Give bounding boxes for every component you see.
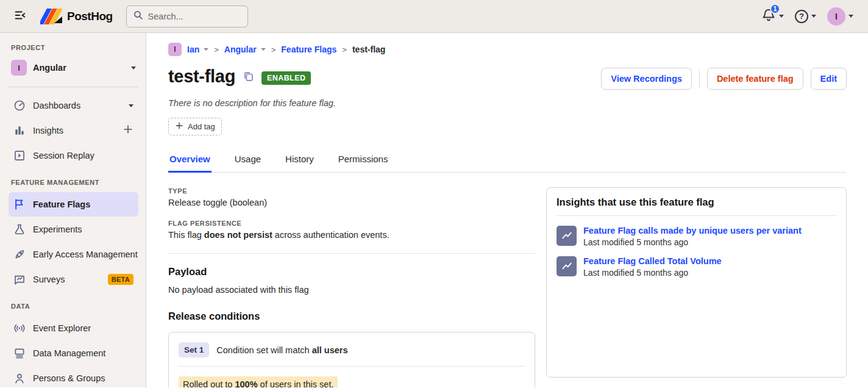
insights-divider [557,215,836,216]
sidebar-item-label: Dashboards [33,101,121,110]
flask-icon [13,223,26,235]
rocket-icon [13,248,26,260]
new-insight-button[interactable] [123,124,133,137]
edit-button[interactable]: Edit [811,68,847,90]
insight-last-modified: Last modified 5 months ago [583,268,722,278]
sidebar-item-feature-flags[interactable]: Feature Flags [9,192,138,217]
flag-persistence-value: This flag does not persist across authen… [168,230,535,240]
tab-overview[interactable]: Overview [168,149,212,173]
breadcrumb-project[interactable]: Angular [224,45,257,54]
sidebar-item-label: Early Access Management [33,250,138,259]
release-conditions-heading: Release conditions [168,311,535,322]
sidebar-item-label: Session Replay [33,151,133,160]
sidebar-item-label: Surveys [33,275,101,284]
section-divider [168,253,535,254]
trend-chart-icon [557,256,577,276]
condition-set-badge: Set 1 [179,342,209,357]
sidebar-item-early-access[interactable]: Early Access Management [9,242,138,267]
tab-usage[interactable]: Usage [233,149,262,172]
breadcrumb-separator: > [342,45,347,54]
chevron-down-icon [848,15,853,18]
notifications-menu[interactable]: 1 [758,5,788,27]
org-avatar: I [168,43,182,56]
tab-history[interactable]: History [284,149,315,172]
add-tag-label: Add tag [188,122,215,131]
add-tag-button[interactable]: Add tag [168,118,222,135]
beta-badge: BETA [108,274,133,285]
chevron-down-icon [811,15,816,18]
sidebar-item-insights[interactable]: Insights [9,118,138,143]
sidebar-item-label: Event Explorer [33,323,133,333]
sidebar-divider [9,87,138,87]
payload-heading: Payload [168,266,535,278]
survey-icon [13,273,26,286]
project-name: Angular [33,63,125,73]
type-label: TYPE [168,187,535,195]
help-menu[interactable] [791,7,820,26]
insights-panel-title: Insights that use this feature flag [557,196,836,208]
sidebar-item-label: Feature Flags [33,199,133,209]
sidebar-item-experiments[interactable]: Experiments [9,217,138,242]
bar-chart-icon [13,124,26,137]
type-value: Release toggle (boolean) [168,198,535,207]
sidebar-item-event-explorer[interactable]: Event Explorer [9,316,138,340]
notification-count-badge: 1 [770,4,780,14]
top-navigation-bar: PostHog 1 [0,0,868,33]
posthog-logo[interactable]: PostHog [40,9,113,24]
sidebar-item-data-management[interactable]: Data Management [9,341,138,365]
posthog-logo-icon [40,9,62,24]
insight-link[interactable]: Feature Flag Called Total Volume [583,256,722,266]
project-switcher[interactable]: I Angular [9,57,138,78]
sidebar-item-label: Data Management [33,348,133,358]
database-icon [13,347,26,359]
copy-icon[interactable] [243,71,254,85]
insight-list-item: Feature Flag calls made by unique users … [557,226,836,247]
insight-link[interactable]: Feature Flag calls made by unique users … [583,226,802,235]
breadcrumb: I Ian > Angular > Feature Flags > test-f… [168,43,847,56]
sidebar-item-session-replay[interactable]: Session Replay [9,143,138,168]
page-title: test-flag [168,66,235,87]
flag-icon [13,198,26,210]
sidebar-item-surveys[interactable]: Surveys BETA [9,267,138,292]
sidebar-section-data: DATA [9,303,138,310]
actions-divider [699,70,700,88]
chevron-down-icon [129,104,133,107]
sidebar-section-project: PROJECT [9,44,138,51]
condition-match-text: Condition set will match all users [216,345,347,355]
tab-permissions[interactable]: Permissions [337,149,390,172]
person-icon [13,372,26,384]
tab-bar: Overview Usage History Permissions [168,149,847,173]
condition-divider [179,366,525,367]
status-badge: ENABLED [261,71,311,85]
search-icon [133,10,143,23]
collapse-sidebar-button[interactable] [11,6,29,26]
brand-name: PostHog [67,10,113,23]
dashboard-icon [13,99,26,112]
sidebar: PROJECT I Angular Dashboards Insights [0,33,146,387]
sidebar-item-dashboards[interactable]: Dashboards [9,93,138,118]
project-avatar: I [11,60,27,76]
delete-feature-flag-button[interactable]: Delete feature flag [707,68,803,90]
sidebar-item-persons-groups[interactable]: Persons & Groups [9,366,138,387]
insight-list-item: Feature Flag Called Total Volume Last mo… [557,256,836,278]
live-events-icon [13,322,26,334]
payload-value: No payload associated with this flag [168,285,535,295]
chevron-down-icon [779,15,784,18]
chevron-down-icon [204,48,208,51]
breadcrumb-org[interactable]: Ian [187,45,199,54]
breadcrumb-separator: > [214,45,219,54]
breadcrumb-feature-flags[interactable]: Feature Flags [281,45,336,54]
global-search[interactable] [126,5,248,27]
main-content: I Ian > Angular > Feature Flags > test-f… [146,33,868,387]
condition-set-card: Set 1 Condition set will match all users… [168,332,535,387]
user-menu[interactable]: I [824,5,857,28]
sidebar-section-feature-management: FEATURE MANAGEMENT [9,179,138,186]
breadcrumb-current-page: test-flag [352,45,385,54]
plus-icon [175,121,183,132]
search-input[interactable] [148,12,233,21]
flag-description: There is no description for this feature… [168,98,847,108]
sidebar-item-label: Persons & Groups [33,373,133,383]
view-recordings-button[interactable]: View Recordings [601,68,692,90]
user-avatar: I [827,7,845,26]
sidebar-item-label: Experiments [33,225,133,234]
